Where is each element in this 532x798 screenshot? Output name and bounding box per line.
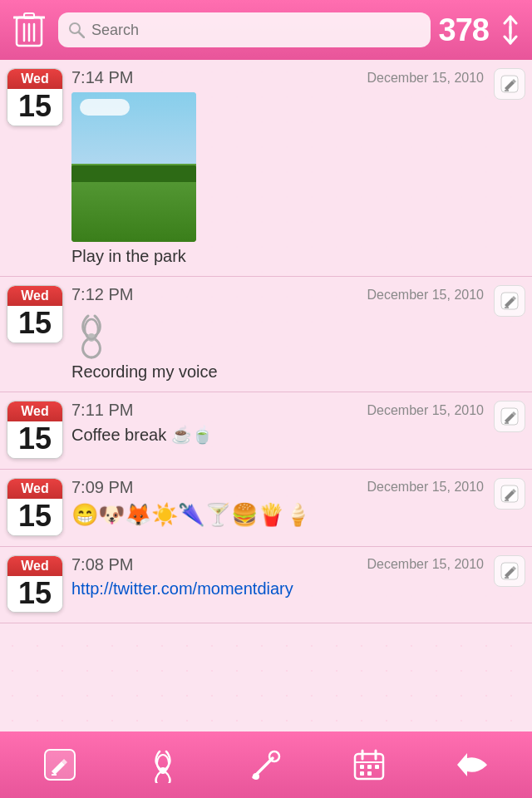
cal-weekday-4: Wed: [7, 479, 62, 499]
trash-icon[interactable]: [8, 9, 50, 51]
svg-point-27: [269, 751, 279, 761]
cal-badge-3: Wed 15: [7, 401, 63, 459]
feed: Wed 15 7:14 PM December 15, 2010 Play in…: [0, 60, 532, 732]
cal-weekday-2: Wed: [7, 286, 62, 306]
entry-5: Wed 15 7:08 PM December 15, 2010 http://…: [0, 547, 532, 624]
entry-date-3: December 15, 2010: [367, 403, 484, 418]
entry-header-1: 7:14 PM December 15, 2010: [71, 68, 525, 87]
entry-date-1: December 15, 2010: [367, 71, 484, 86]
cal-badge-4: Wed 15: [7, 478, 63, 536]
entry-text-1: Play in the park: [71, 247, 525, 266]
cal-day-4: 15: [7, 499, 62, 535]
entry-date-4: December 15, 2010: [367, 480, 484, 495]
entry-header-4: 7:09 PM December 15, 2010: [71, 478, 525, 497]
entry-time-3: 7:11 PM: [71, 401, 133, 420]
write-button[interactable]: [32, 740, 88, 790]
edit-button-5[interactable]: [494, 555, 525, 587]
cal-day-3: 15: [7, 421, 62, 458]
entry-2: Wed 15 7:12 PM December 15, 2010 Recordi…: [0, 277, 532, 392]
svg-rect-34: [367, 765, 372, 769]
entry-date-2: December 15, 2010: [367, 288, 484, 303]
edit-button-1[interactable]: [494, 68, 525, 100]
entry-date-5: December 15, 2010: [367, 557, 484, 572]
cal-weekday-3: Wed: [7, 401, 62, 421]
svg-line-7: [79, 32, 84, 37]
toolbar: [0, 732, 532, 798]
entry-4: Wed 15 7:09 PM December 15, 2010 😁🐶🦊☀️🌂🍸…: [0, 470, 532, 547]
cal-weekday-5: Wed: [7, 556, 62, 576]
entry-1: Wed 15 7:14 PM December 15, 2010 Play in…: [0, 60, 532, 277]
entry-emoji-4: 😁🐶🦊☀️🌂🍸🍔🍟🍦: [71, 502, 525, 528]
edit-button-4[interactable]: [494, 478, 525, 510]
cal-badge-2: Wed 15: [7, 285, 63, 343]
entry-text-5: http://twitter.com/momentdiary: [71, 579, 525, 598]
entry-header-2: 7:12 PM December 15, 2010: [71, 285, 525, 304]
entry-content-4: 7:09 PM December 15, 2010 😁🐶🦊☀️🌂🍸🍔🍟🍦: [71, 478, 525, 528]
svg-point-25: [160, 767, 166, 774]
entry-time-5: 7:08 PM: [71, 555, 133, 574]
cal-day-2: 15: [7, 306, 62, 342]
entry-content-5: 7:08 PM December 15, 2010 http://twitter…: [71, 555, 525, 598]
search-input[interactable]: [91, 22, 421, 39]
cal-day-1: 15: [7, 89, 62, 126]
entry-header-5: 7:08 PM December 15, 2010: [71, 555, 525, 574]
audio-button[interactable]: [135, 740, 191, 790]
entry-3: Wed 15 7:11 PM December 15, 2010 Coffee …: [0, 392, 532, 470]
entry-content-1: 7:14 PM December 15, 2010 Play in the pa…: [71, 68, 525, 266]
entry-content-3: 7:11 PM December 15, 2010 Coffee break ☕…: [71, 401, 525, 445]
entry-text-3: Coffee break ☕🍵: [71, 425, 525, 445]
entry-content-2: 7:12 PM December 15, 2010 Recording my v…: [71, 285, 525, 382]
svg-rect-33: [360, 765, 364, 769]
settings-button[interactable]: [238, 740, 294, 790]
edit-button-2[interactable]: [494, 285, 525, 317]
sort-icon[interactable]: [497, 15, 524, 45]
entry-time-1: 7:14 PM: [71, 68, 133, 87]
entry-time-4: 7:09 PM: [71, 478, 133, 497]
svg-point-28: [253, 773, 259, 780]
share-button[interactable]: [444, 740, 500, 790]
svg-rect-37: [367, 771, 372, 776]
entry-header-3: 7:11 PM December 15, 2010: [71, 401, 525, 420]
cal-badge-1: Wed 15: [7, 68, 63, 126]
audio-icon-2: [71, 309, 525, 359]
entry-count: 378: [439, 12, 489, 48]
cal-day-5: 15: [7, 576, 62, 613]
calendar-button[interactable]: [341, 740, 397, 790]
svg-rect-35: [375, 765, 379, 769]
edit-button-3[interactable]: [494, 401, 525, 432]
entry-time-2: 7:12 PM: [71, 285, 133, 304]
search-bar[interactable]: [58, 12, 431, 47]
entry-photo-1: [71, 92, 196, 242]
entry-link-5[interactable]: http://twitter.com/momentdiary: [71, 579, 293, 598]
svg-rect-2: [24, 13, 34, 18]
cal-weekday-1: Wed: [7, 69, 62, 89]
svg-rect-36: [360, 771, 364, 776]
cal-badge-5: Wed 15: [7, 555, 63, 613]
header: 378: [0, 0, 532, 60]
entry-text-2: Recording my voice: [71, 362, 525, 382]
